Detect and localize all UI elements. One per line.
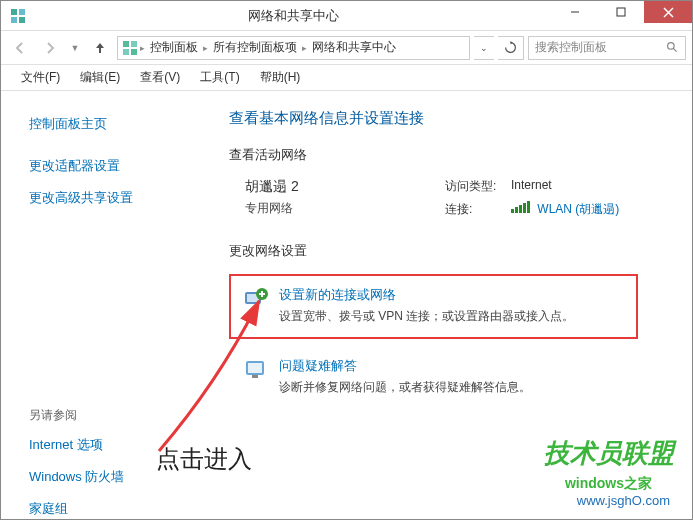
menu-bar: 文件(F) 编辑(E) 查看(V) 工具(T) 帮助(H) (1, 65, 692, 91)
control-panel-icon (122, 40, 138, 56)
svg-rect-2 (11, 17, 17, 23)
network-type: 专用网络 (245, 200, 445, 217)
forward-button[interactable] (37, 35, 63, 61)
menu-file[interactable]: 文件(F) (13, 67, 68, 88)
watermark-brand: 技术员联盟 (544, 436, 674, 471)
window-icon (1, 8, 35, 24)
minimize-button[interactable] (552, 1, 598, 23)
svg-rect-8 (123, 41, 129, 47)
new-connection-icon (243, 286, 269, 312)
connection-label: 连接: (445, 201, 511, 218)
page-heading: 查看基本网络信息并设置连接 (229, 109, 668, 128)
sidebar-link-adapter[interactable]: 更改适配器设置 (29, 157, 211, 175)
chevron-right-icon: ▸ (302, 43, 307, 53)
svg-rect-11 (131, 49, 137, 55)
svg-line-13 (673, 48, 676, 51)
svg-rect-10 (123, 49, 129, 55)
change-settings-heading: 更改网络设置 (229, 242, 668, 260)
refresh-button[interactable] (498, 36, 524, 60)
highlighted-option: 设置新的连接或网络 设置宽带、拨号或 VPN 连接；或设置路由器或接入点。 (229, 274, 638, 339)
maximize-button[interactable] (598, 1, 644, 23)
access-type-label: 访问类型: (445, 178, 511, 195)
search-placeholder: 搜索控制面板 (535, 39, 607, 56)
option-new-connection[interactable]: 设置新的连接或网络 设置宽带、拨号或 VPN 连接；或设置路由器或接入点。 (243, 286, 624, 325)
view-active-label: 查看活动网络 (229, 146, 668, 164)
option-desc: 设置宽带、拨号或 VPN 连接；或设置路由器或接入点。 (279, 308, 574, 325)
active-network: 胡邋遢 2 专用网络 访问类型: Internet 连接: WLAN (胡邋遢) (229, 178, 668, 224)
troubleshoot-icon (243, 357, 269, 383)
menu-view[interactable]: 查看(V) (132, 67, 188, 88)
svg-rect-18 (248, 363, 262, 373)
up-button[interactable] (87, 35, 113, 61)
menu-tools[interactable]: 工具(T) (192, 67, 247, 88)
search-input[interactable]: 搜索控制面板 (528, 36, 686, 60)
back-button[interactable] (7, 35, 33, 61)
window-title: 网络和共享中心 (35, 7, 552, 25)
watermark-sub: windows之家 (565, 475, 652, 493)
svg-rect-9 (131, 41, 137, 47)
sidebar-home-link[interactable]: 控制面板主页 (29, 115, 211, 133)
network-name: 胡邋遢 2 (245, 178, 445, 196)
option-title: 设置新的连接或网络 (279, 286, 574, 304)
chevron-right-icon: ▸ (140, 43, 145, 53)
address-bar: ▼ ▸ 控制面板 ▸ 所有控制面板项 ▸ 网络和共享中心 ⌄ 搜索控制面板 (1, 31, 692, 65)
wifi-signal-icon (511, 201, 530, 213)
option-title: 问题疑难解答 (279, 357, 531, 375)
dropdown-history-button[interactable]: ▼ (67, 35, 83, 61)
option-troubleshoot[interactable]: 问题疑难解答 诊断并修复网络问题，或者获得疑难解答信息。 (229, 357, 668, 396)
menu-help[interactable]: 帮助(H) (252, 67, 309, 88)
svg-rect-0 (11, 9, 17, 15)
access-type-value: Internet (511, 178, 552, 195)
breadcrumb-segment[interactable]: 控制面板 (147, 39, 201, 56)
svg-rect-19 (252, 375, 258, 378)
svg-point-12 (668, 43, 675, 50)
breadcrumb-segment[interactable]: 网络和共享中心 (309, 39, 399, 56)
sidebar-see-also-homegroup[interactable]: 家庭组 (29, 500, 211, 518)
svg-rect-3 (19, 17, 25, 23)
chevron-right-icon: ▸ (203, 43, 208, 53)
breadcrumb-segment[interactable]: 所有控制面板项 (210, 39, 300, 56)
breadcrumb[interactable]: ▸ 控制面板 ▸ 所有控制面板项 ▸ 网络和共享中心 (117, 36, 470, 60)
search-icon (666, 41, 679, 54)
menu-edit[interactable]: 编辑(E) (72, 67, 128, 88)
annotation-text: 点击进入 (156, 443, 252, 475)
svg-rect-5 (617, 8, 625, 16)
option-desc: 诊断并修复网络问题，或者获得疑难解答信息。 (279, 379, 531, 396)
watermark-url: www.jsghO.com (573, 492, 674, 509)
address-dropdown-button[interactable]: ⌄ (474, 36, 494, 60)
connection-link[interactable]: WLAN (胡邋遢) (537, 202, 619, 216)
close-button[interactable] (644, 1, 692, 23)
svg-rect-1 (19, 9, 25, 15)
title-bar: 网络和共享中心 (1, 1, 692, 31)
sidebar-link-sharing[interactable]: 更改高级共享设置 (29, 189, 211, 207)
sidebar-see-also-heading: 另请参阅 (29, 407, 211, 424)
